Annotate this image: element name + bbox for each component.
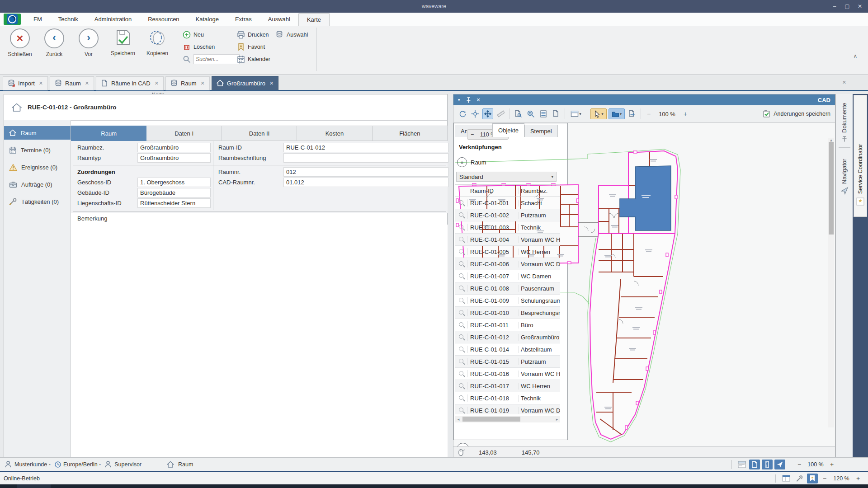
panel-menu-caret-icon[interactable]: ▾ [458, 98, 460, 102]
panel-tab-stempel[interactable]: Stempel [524, 125, 558, 137]
magnifier-icon[interactable] [455, 382, 468, 389]
table-row[interactable]: RUE-C-01-018 Technik [455, 392, 560, 404]
layer-folder-icon[interactable]: ▾ [609, 108, 625, 119]
magnifier-icon[interactable] [455, 407, 468, 414]
refresh-icon[interactable] [457, 108, 468, 119]
magnifier-icon[interactable] [455, 236, 468, 243]
table-row[interactable]: RUE-C-01-016 Vorraum WC Herren [455, 368, 560, 380]
center-view-icon[interactable] [470, 108, 481, 119]
forward-button[interactable]: › Vor [72, 28, 105, 57]
magnifier-icon[interactable] [455, 346, 468, 353]
sidebar-item-auftraege[interactable]: Aufträge (0) [4, 178, 71, 191]
viewport-icon[interactable]: ▾ [568, 108, 584, 119]
table-row[interactable]: RUE-C-01-017 WC Herren [455, 380, 560, 392]
app-zoom-in[interactable]: + [854, 475, 863, 482]
new-page-icon[interactable] [551, 108, 561, 119]
pan-icon[interactable] [482, 108, 493, 119]
menu-fm[interactable]: FM [25, 13, 50, 26]
document-view-icon[interactable] [749, 460, 760, 469]
close-window-button[interactable]: ✕ [854, 0, 866, 13]
magnifier-icon[interactable] [455, 211, 468, 219]
magnifier-icon[interactable] [455, 394, 468, 402]
menu-ressourcen[interactable]: Ressourcen [140, 13, 187, 26]
dokumente-tab[interactable]: Dokumente [841, 99, 848, 133]
tab-import[interactable]: Import✕ [3, 76, 48, 90]
close-tab-icon[interactable]: ✕ [84, 80, 89, 86]
zoom-window-icon[interactable] [525, 108, 536, 119]
minimize-button[interactable]: ‒ [828, 0, 841, 13]
raumnr-input[interactable]: 012 [283, 167, 448, 177]
raum-id-input[interactable]: RUE-C-01-012 [283, 143, 448, 152]
close-panel-icon[interactable]: ✕ [476, 97, 481, 103]
magnifier-icon[interactable] [455, 358, 468, 365]
column-raum-id[interactable]: Raum-ID [468, 188, 519, 194]
tab-raum-2[interactable]: Raum✕ [165, 76, 210, 90]
ruler-view-icon[interactable] [762, 460, 773, 469]
measure-icon[interactable] [495, 108, 506, 119]
sidebar-item-raum[interactable]: Raum [4, 126, 71, 140]
select-cursor-icon[interactable]: ▾ [590, 108, 607, 119]
copy-button[interactable]: Kopieren [141, 28, 174, 56]
hammer-icon[interactable] [794, 474, 805, 483]
magnifier-icon[interactable] [455, 309, 468, 316]
canvas-zoom-out[interactable]: − [471, 131, 474, 138]
navigator-tab[interactable]: Navigator [841, 152, 848, 184]
magnifier-icon[interactable] [455, 272, 468, 280]
raumbez-input[interactable]: Großraumbüro [137, 143, 211, 152]
table-row[interactable]: RUE-C-01-015 Putzraum [455, 356, 560, 368]
maximize-button[interactable]: ▢ [841, 0, 854, 13]
app-zoom-out[interactable]: − [820, 475, 829, 482]
table-row[interactable]: RUE-C-01-012 Großraumbüro [455, 331, 560, 343]
window-layout-icon[interactable] [781, 474, 792, 483]
sidebar-item-taetigkeiten[interactable]: Tätigkeiten (0) [4, 195, 71, 208]
form-tab-raum[interactable]: Raum [71, 126, 146, 141]
magnifier-icon[interactable] [455, 333, 468, 341]
delete-button[interactable]: Löschen [183, 42, 240, 52]
magnifier-icon[interactable] [455, 321, 468, 328]
menu-extras[interactable]: Extras [227, 13, 260, 26]
close-tab-icon[interactable]: ✕ [200, 80, 205, 86]
form-tab-flaechen[interactable]: Flächen [373, 126, 448, 141]
close-tab-icon[interactable]: ✕ [154, 80, 159, 86]
close-tab-icon[interactable]: ✕ [38, 80, 43, 86]
close-tab-icon[interactable]: ✕ [269, 80, 274, 86]
table-row[interactable]: RUE-C-01-002 Putzraum [455, 209, 560, 221]
magnifier-icon[interactable] [455, 224, 468, 231]
cad-raumnr-input[interactable]: 01.012 [283, 178, 448, 187]
vertical-scrollbar[interactable]: ▲ [828, 138, 834, 427]
cad-zoom-out[interactable]: − [644, 110, 653, 117]
raumbeschriftung-input[interactable] [283, 153, 448, 163]
sidebar-item-ereignisse[interactable]: Ereignisse (0) [4, 160, 71, 174]
magnifier-icon[interactable] [455, 248, 468, 255]
magnifier-icon[interactable] [455, 285, 468, 292]
cad-zoom-in[interactable]: + [681, 110, 690, 117]
tab-grossraumbuero-active[interactable]: Großraumbüro✕ [212, 76, 278, 90]
form-tab-daten1[interactable]: Daten I [146, 126, 222, 141]
back-button[interactable]: ‹ Zurück [38, 28, 71, 57]
table-row[interactable]: RUE-C-01-011 Büro [455, 319, 560, 331]
menu-karte-active[interactable]: Karte [298, 13, 330, 26]
table-row[interactable]: RUE-C-01-004 Vorraum WC Herren [455, 234, 560, 246]
table-row[interactable]: RUE-C-01-001 Schacht [455, 197, 560, 209]
status-zoom-out[interactable]: − [795, 461, 804, 468]
magnifier-icon[interactable] [455, 260, 468, 267]
print-preview-icon[interactable] [513, 108, 524, 119]
menu-auswahl[interactable]: Auswahl [260, 13, 298, 26]
service-coordinator-tab[interactable]: Service Coordinator [854, 95, 867, 217]
tab-raum-1[interactable]: Raum✕ [50, 76, 94, 90]
favorite-button[interactable]: Favorit [237, 42, 270, 52]
table-row[interactable]: RUE-C-01-006 Vorraum WC Damen [455, 258, 560, 270]
save-button[interactable]: Speichern [107, 28, 139, 56]
form-tab-daten2[interactable]: Daten II [222, 126, 297, 141]
liegenschaft-input[interactable]: Rüttenscheider Stern [137, 198, 211, 208]
form-tab-kosten[interactable]: Kosten [297, 126, 372, 141]
menu-administration[interactable]: Administration [86, 13, 140, 26]
app-logo-icon[interactable] [4, 14, 21, 25]
form-view-icon[interactable] [736, 460, 747, 469]
table-row[interactable]: RUE-C-01-009 Schulungsraum [455, 295, 560, 307]
column-raumbez[interactable]: Raumbez. [519, 188, 560, 194]
table-row[interactable]: RUE-C-01-003 Technik [455, 221, 560, 234]
new-button[interactable]: Neu [183, 29, 240, 40]
menu-technik[interactable]: Technik [50, 13, 86, 26]
calendar-button[interactable]: Kalender [237, 54, 270, 65]
